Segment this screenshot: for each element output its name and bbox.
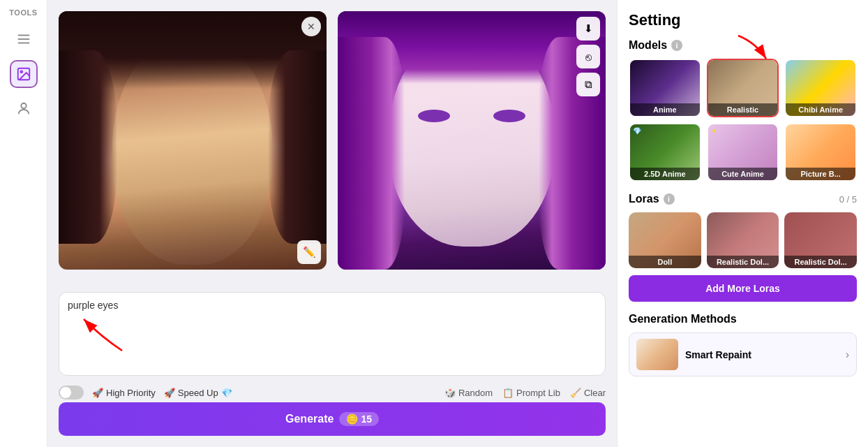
prompt-input[interactable]: purple eyes xyxy=(68,300,597,356)
models-grid: Anime Realistic Chibi Anime 💎 2.5D Anime xyxy=(629,59,857,182)
lora-card-realistic-doll1[interactable]: Realistic Dol... xyxy=(707,212,779,268)
loras-grid: Doll Realistic Dol... Realistic Dol... xyxy=(629,212,857,268)
result-image-actions: ⬇ ⎋ ⧉ xyxy=(576,17,600,96)
rocket-icon: 🚀 xyxy=(92,388,103,398)
model-card-chibi[interactable]: Chibi Anime xyxy=(784,59,857,117)
models-label: Models xyxy=(629,39,667,52)
speed-icon: 🚀 xyxy=(164,388,175,398)
models-section-title: Models i xyxy=(629,39,857,52)
model-card-2_5d[interactable]: 💎 2.5D Anime xyxy=(629,123,701,182)
priority-toggle[interactable] xyxy=(59,386,84,400)
generation-methods-title: Generation Methods xyxy=(629,313,857,325)
lora-label-realistic-doll2: Realistic Dol... xyxy=(784,256,857,268)
main-content: ✕ ✏️ ⬇ ⎋ ⧉ xyxy=(47,0,617,447)
models-section: Models i Anime Realistic Chibi Anime xyxy=(629,39,857,182)
chevron-down-icon: › xyxy=(846,349,849,361)
prompt-lib-icon: 📋 xyxy=(502,388,514,398)
source-image-slot: ✕ ✏️ xyxy=(59,11,327,270)
images-row: ✕ ✏️ ⬇ ⎋ ⧉ xyxy=(59,11,606,284)
model-card-cute[interactable]: ✦ Cute Anime xyxy=(707,123,779,182)
right-panel: Setting Models i Anime Realisti xyxy=(617,0,868,447)
model-card-realistic[interactable]: Realistic xyxy=(707,59,779,117)
loras-section-title: Loras i xyxy=(629,193,675,205)
panel-title: Setting xyxy=(629,11,857,29)
model-label-anime: Anime xyxy=(630,103,700,116)
loras-header: Loras i 0 / 5 xyxy=(629,193,857,205)
coin-icon: 🪙 xyxy=(346,413,358,425)
cost-value: 15 xyxy=(361,413,372,425)
layers-result-button[interactable]: ⧉ xyxy=(576,73,600,96)
prompt-lib-label: Prompt Lib xyxy=(516,388,560,398)
gen-method-label: Smart Repaint xyxy=(685,349,839,360)
gem-icon: 💎 xyxy=(221,388,232,398)
lora-card-doll[interactable]: Doll xyxy=(629,212,701,268)
model-label-cute: Cute Anime xyxy=(708,168,778,180)
generate-label: Generate xyxy=(285,413,334,425)
edit-source-image-button[interactable]: ✏️ xyxy=(297,240,321,264)
prompt-area: purple eyes xyxy=(59,292,606,376)
controls-row: 🚀 High Priority 🚀 Speed Up 💎 🎲 Random 📋 … xyxy=(59,383,606,402)
sidebar: TOOLS xyxy=(0,0,47,447)
person-icon[interactable] xyxy=(10,95,38,123)
controls-left: 🚀 High Priority 🚀 Speed Up 💎 xyxy=(59,386,232,400)
model-label-chibi: Chibi Anime xyxy=(786,103,855,116)
result-image xyxy=(338,11,606,270)
result-image-slot: ⬇ ⎋ ⧉ xyxy=(338,11,606,270)
controls-right: 🎲 Random 📋 Prompt Lib 🧹 Clear xyxy=(444,388,606,398)
generate-button[interactable]: Generate 🪙 15 xyxy=(59,402,606,436)
svg-point-5 xyxy=(21,103,26,108)
speed-up-item[interactable]: 🚀 Speed Up 💎 xyxy=(164,388,232,398)
lora-card-realistic-doll2[interactable]: Realistic Dol... xyxy=(784,212,857,268)
gen-method-image xyxy=(636,339,678,370)
loras-info-icon[interactable]: i xyxy=(664,193,675,205)
lora-label-doll: Doll xyxy=(629,256,701,268)
sidebar-label: TOOLS xyxy=(9,8,37,17)
random-label: Random xyxy=(458,388,493,398)
image-icon[interactable] xyxy=(10,60,38,88)
clear-button[interactable]: 🧹 Clear xyxy=(570,388,606,398)
loras-label: Loras xyxy=(629,193,659,205)
random-button[interactable]: 🎲 Random xyxy=(444,388,493,398)
loras-count: 0 / 5 xyxy=(839,194,857,205)
download-result-button[interactable]: ⬇ xyxy=(576,17,600,41)
model-card-anime[interactable]: Anime xyxy=(629,59,701,117)
model-label-picture: Picture B... xyxy=(786,168,855,180)
model-label-realistic: Realistic xyxy=(708,103,778,116)
add-more-loras-button[interactable]: Add More Loras xyxy=(629,275,857,302)
models-info-icon[interactable]: i xyxy=(671,40,682,51)
share-result-button[interactable]: ⎋ xyxy=(576,45,600,68)
clear-label: Clear xyxy=(584,388,606,398)
cost-badge: 🪙 15 xyxy=(339,412,379,426)
high-priority-label: High Priority xyxy=(106,388,156,398)
clear-icon: 🧹 xyxy=(570,388,581,398)
model-label-2_5d: 2.5D Anime xyxy=(630,168,700,180)
source-image xyxy=(59,11,327,270)
prompt-lib-button[interactable]: 📋 Prompt Lib xyxy=(502,388,560,398)
speed-up-label: Speed Up xyxy=(178,388,218,398)
model-card-picture[interactable]: Picture B... xyxy=(784,123,857,182)
close-source-image-button[interactable]: ✕ xyxy=(301,17,321,36)
generation-method-item[interactable]: Smart Repaint › xyxy=(629,332,857,376)
lora-label-realistic-doll1: Realistic Dol... xyxy=(707,256,779,268)
svg-point-4 xyxy=(20,71,22,73)
high-priority-item[interactable]: 🚀 High Priority xyxy=(92,388,156,398)
menu-icon[interactable] xyxy=(10,25,38,53)
random-icon: 🎲 xyxy=(444,388,456,398)
